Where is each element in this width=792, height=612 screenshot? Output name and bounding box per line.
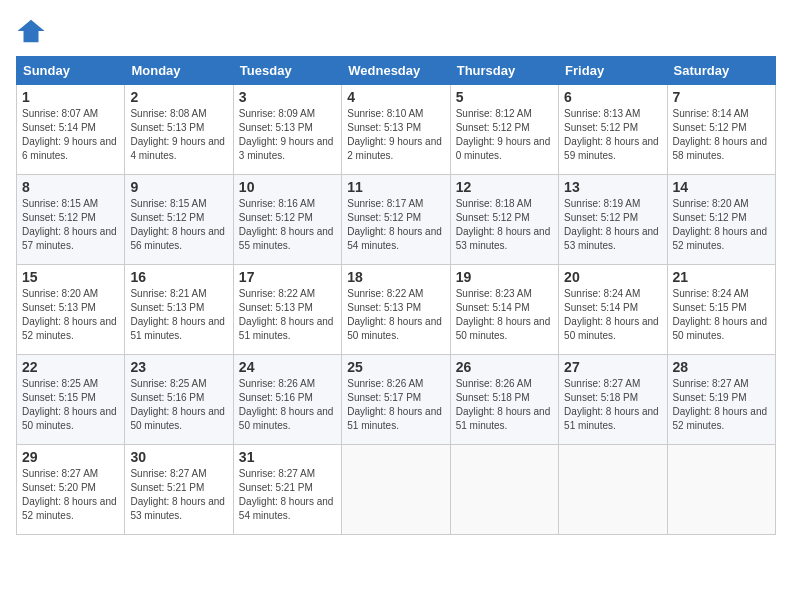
day-number: 16	[130, 269, 227, 285]
day-info: Sunrise: 8:20 AMSunset: 5:13 PMDaylight:…	[22, 287, 119, 343]
day-number: 14	[673, 179, 770, 195]
day-info: Sunrise: 8:24 AMSunset: 5:15 PMDaylight:…	[673, 287, 770, 343]
day-number: 18	[347, 269, 444, 285]
day-number: 19	[456, 269, 553, 285]
day-cell: 24 Sunrise: 8:26 AMSunset: 5:16 PMDaylig…	[233, 355, 341, 445]
day-cell	[450, 445, 558, 535]
day-info: Sunrise: 8:26 AMSunset: 5:17 PMDaylight:…	[347, 377, 444, 433]
day-number: 30	[130, 449, 227, 465]
day-cell: 9 Sunrise: 8:15 AMSunset: 5:12 PMDayligh…	[125, 175, 233, 265]
day-number: 2	[130, 89, 227, 105]
day-info: Sunrise: 8:23 AMSunset: 5:14 PMDaylight:…	[456, 287, 553, 343]
day-info: Sunrise: 8:21 AMSunset: 5:13 PMDaylight:…	[130, 287, 227, 343]
day-info: Sunrise: 8:17 AMSunset: 5:12 PMDaylight:…	[347, 197, 444, 253]
calendar-table: Sunday Monday Tuesday Wednesday Thursday…	[16, 56, 776, 535]
day-number: 24	[239, 359, 336, 375]
logo	[16, 16, 50, 46]
week-row-3: 15 Sunrise: 8:20 AMSunset: 5:13 PMDaylig…	[17, 265, 776, 355]
day-number: 6	[564, 89, 661, 105]
day-info: Sunrise: 8:26 AMSunset: 5:18 PMDaylight:…	[456, 377, 553, 433]
day-number: 31	[239, 449, 336, 465]
header	[16, 16, 776, 46]
day-info: Sunrise: 8:25 AMSunset: 5:15 PMDaylight:…	[22, 377, 119, 433]
day-cell: 6 Sunrise: 8:13 AMSunset: 5:12 PMDayligh…	[559, 85, 667, 175]
day-number: 22	[22, 359, 119, 375]
day-cell: 26 Sunrise: 8:26 AMSunset: 5:18 PMDaylig…	[450, 355, 558, 445]
day-number: 26	[456, 359, 553, 375]
day-cell: 14 Sunrise: 8:20 AMSunset: 5:12 PMDaylig…	[667, 175, 775, 265]
logo-icon	[16, 16, 46, 46]
day-number: 13	[564, 179, 661, 195]
day-info: Sunrise: 8:27 AMSunset: 5:19 PMDaylight:…	[673, 377, 770, 433]
day-info: Sunrise: 8:22 AMSunset: 5:13 PMDaylight:…	[239, 287, 336, 343]
day-cell: 16 Sunrise: 8:21 AMSunset: 5:13 PMDaylig…	[125, 265, 233, 355]
day-cell: 29 Sunrise: 8:27 AMSunset: 5:20 PMDaylig…	[17, 445, 125, 535]
day-info: Sunrise: 8:27 AMSunset: 5:18 PMDaylight:…	[564, 377, 661, 433]
day-info: Sunrise: 8:13 AMSunset: 5:12 PMDaylight:…	[564, 107, 661, 163]
day-number: 25	[347, 359, 444, 375]
day-number: 9	[130, 179, 227, 195]
day-cell: 19 Sunrise: 8:23 AMSunset: 5:14 PMDaylig…	[450, 265, 558, 355]
day-cell: 21 Sunrise: 8:24 AMSunset: 5:15 PMDaylig…	[667, 265, 775, 355]
day-number: 1	[22, 89, 119, 105]
day-info: Sunrise: 8:27 AMSunset: 5:20 PMDaylight:…	[22, 467, 119, 523]
day-cell: 4 Sunrise: 8:10 AMSunset: 5:13 PMDayligh…	[342, 85, 450, 175]
day-number: 21	[673, 269, 770, 285]
col-tuesday: Tuesday	[233, 57, 341, 85]
header-row: Sunday Monday Tuesday Wednesday Thursday…	[17, 57, 776, 85]
day-cell: 12 Sunrise: 8:18 AMSunset: 5:12 PMDaylig…	[450, 175, 558, 265]
day-number: 27	[564, 359, 661, 375]
day-cell: 28 Sunrise: 8:27 AMSunset: 5:19 PMDaylig…	[667, 355, 775, 445]
day-info: Sunrise: 8:27 AMSunset: 5:21 PMDaylight:…	[130, 467, 227, 523]
day-cell: 11 Sunrise: 8:17 AMSunset: 5:12 PMDaylig…	[342, 175, 450, 265]
day-info: Sunrise: 8:15 AMSunset: 5:12 PMDaylight:…	[22, 197, 119, 253]
day-cell: 30 Sunrise: 8:27 AMSunset: 5:21 PMDaylig…	[125, 445, 233, 535]
day-cell: 10 Sunrise: 8:16 AMSunset: 5:12 PMDaylig…	[233, 175, 341, 265]
week-row-2: 8 Sunrise: 8:15 AMSunset: 5:12 PMDayligh…	[17, 175, 776, 265]
day-cell: 17 Sunrise: 8:22 AMSunset: 5:13 PMDaylig…	[233, 265, 341, 355]
col-sunday: Sunday	[17, 57, 125, 85]
day-cell: 8 Sunrise: 8:15 AMSunset: 5:12 PMDayligh…	[17, 175, 125, 265]
day-number: 15	[22, 269, 119, 285]
day-cell: 1 Sunrise: 8:07 AMSunset: 5:14 PMDayligh…	[17, 85, 125, 175]
day-info: Sunrise: 8:16 AMSunset: 5:12 PMDaylight:…	[239, 197, 336, 253]
col-thursday: Thursday	[450, 57, 558, 85]
day-number: 8	[22, 179, 119, 195]
day-number: 5	[456, 89, 553, 105]
day-number: 12	[456, 179, 553, 195]
day-info: Sunrise: 8:24 AMSunset: 5:14 PMDaylight:…	[564, 287, 661, 343]
col-friday: Friday	[559, 57, 667, 85]
day-cell: 3 Sunrise: 8:09 AMSunset: 5:13 PMDayligh…	[233, 85, 341, 175]
day-cell: 5 Sunrise: 8:12 AMSunset: 5:12 PMDayligh…	[450, 85, 558, 175]
day-cell: 20 Sunrise: 8:24 AMSunset: 5:14 PMDaylig…	[559, 265, 667, 355]
day-info: Sunrise: 8:27 AMSunset: 5:21 PMDaylight:…	[239, 467, 336, 523]
week-row-1: 1 Sunrise: 8:07 AMSunset: 5:14 PMDayligh…	[17, 85, 776, 175]
day-info: Sunrise: 8:20 AMSunset: 5:12 PMDaylight:…	[673, 197, 770, 253]
day-info: Sunrise: 8:15 AMSunset: 5:12 PMDaylight:…	[130, 197, 227, 253]
day-cell: 23 Sunrise: 8:25 AMSunset: 5:16 PMDaylig…	[125, 355, 233, 445]
day-number: 23	[130, 359, 227, 375]
day-cell: 18 Sunrise: 8:22 AMSunset: 5:13 PMDaylig…	[342, 265, 450, 355]
day-cell: 13 Sunrise: 8:19 AMSunset: 5:12 PMDaylig…	[559, 175, 667, 265]
day-number: 10	[239, 179, 336, 195]
day-info: Sunrise: 8:22 AMSunset: 5:13 PMDaylight:…	[347, 287, 444, 343]
week-row-5: 29 Sunrise: 8:27 AMSunset: 5:20 PMDaylig…	[17, 445, 776, 535]
day-number: 7	[673, 89, 770, 105]
day-info: Sunrise: 8:10 AMSunset: 5:13 PMDaylight:…	[347, 107, 444, 163]
col-monday: Monday	[125, 57, 233, 85]
day-info: Sunrise: 8:07 AMSunset: 5:14 PMDaylight:…	[22, 107, 119, 163]
day-info: Sunrise: 8:26 AMSunset: 5:16 PMDaylight:…	[239, 377, 336, 433]
day-number: 29	[22, 449, 119, 465]
day-info: Sunrise: 8:08 AMSunset: 5:13 PMDaylight:…	[130, 107, 227, 163]
col-saturday: Saturday	[667, 57, 775, 85]
day-cell: 2 Sunrise: 8:08 AMSunset: 5:13 PMDayligh…	[125, 85, 233, 175]
day-number: 28	[673, 359, 770, 375]
day-cell: 31 Sunrise: 8:27 AMSunset: 5:21 PMDaylig…	[233, 445, 341, 535]
day-number: 3	[239, 89, 336, 105]
day-info: Sunrise: 8:18 AMSunset: 5:12 PMDaylight:…	[456, 197, 553, 253]
day-cell	[667, 445, 775, 535]
day-info: Sunrise: 8:09 AMSunset: 5:13 PMDaylight:…	[239, 107, 336, 163]
day-info: Sunrise: 8:25 AMSunset: 5:16 PMDaylight:…	[130, 377, 227, 433]
day-cell	[559, 445, 667, 535]
day-cell	[342, 445, 450, 535]
